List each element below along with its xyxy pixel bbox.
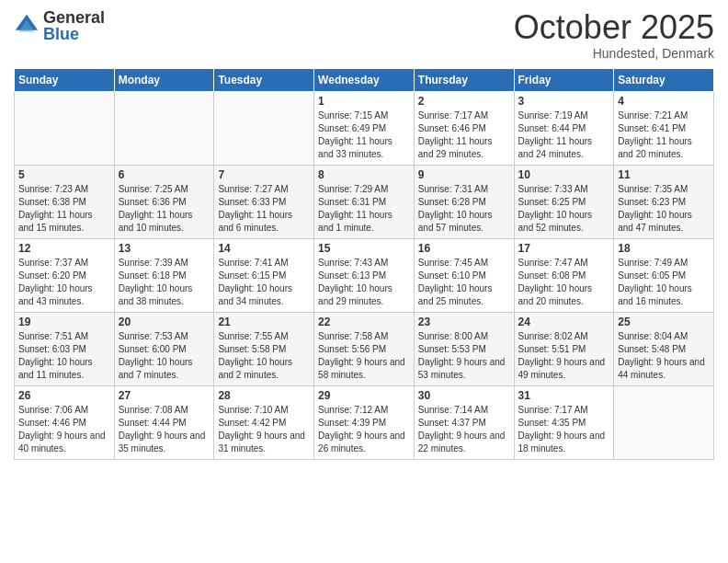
calendar-page: General Blue October 2025 Hundested, Den… bbox=[0, 0, 728, 563]
calendar-cell: 16Sunrise: 7:45 AMSunset: 6:10 PMDayligh… bbox=[414, 238, 514, 312]
day-number: 31 bbox=[518, 389, 610, 402]
day-info: Sunrise: 7:45 AMSunset: 6:10 PMDaylight:… bbox=[418, 257, 510, 308]
day-number: 24 bbox=[518, 316, 610, 328]
location-subtitle: Hundested, Denmark bbox=[514, 46, 714, 61]
header-saturday: Saturday bbox=[614, 68, 714, 91]
day-info: Sunrise: 7:49 AMSunset: 6:05 PMDaylight:… bbox=[618, 257, 710, 308]
day-info: Sunrise: 7:23 AMSunset: 6:38 PMDaylight:… bbox=[18, 183, 110, 235]
calendar-cell: 15Sunrise: 7:43 AMSunset: 6:13 PMDayligh… bbox=[314, 238, 415, 312]
day-info: Sunrise: 7:53 AMSunset: 6:00 PMDaylight:… bbox=[119, 330, 210, 382]
header-friday: Friday bbox=[514, 68, 614, 91]
day-info: Sunrise: 7:27 AMSunset: 6:33 PMDaylight:… bbox=[218, 183, 310, 235]
logo-blue-text: Blue bbox=[43, 26, 105, 42]
day-number: 7 bbox=[218, 168, 310, 181]
header: General Blue October 2025 Hundested, Den… bbox=[14, 9, 714, 61]
day-number: 10 bbox=[518, 168, 610, 181]
calendar-cell: 26Sunrise: 7:06 AMSunset: 4:46 PMDayligh… bbox=[15, 385, 115, 459]
day-info: Sunrise: 7:41 AMSunset: 6:15 PMDaylight:… bbox=[218, 257, 310, 308]
day-info: Sunrise: 7:29 AMSunset: 6:31 PMDaylight:… bbox=[318, 183, 410, 235]
calendar-cell: 29Sunrise: 7:12 AMSunset: 4:39 PMDayligh… bbox=[314, 385, 415, 459]
day-number: 18 bbox=[618, 242, 710, 255]
day-info: Sunrise: 7:39 AMSunset: 6:18 PMDaylight:… bbox=[119, 257, 210, 308]
day-info: Sunrise: 7:06 AMSunset: 4:46 PMDaylight:… bbox=[18, 404, 110, 455]
day-number: 6 bbox=[119, 168, 210, 181]
header-thursday: Thursday bbox=[414, 68, 514, 91]
day-number: 11 bbox=[618, 168, 710, 181]
day-info: Sunrise: 7:47 AMSunset: 6:08 PMDaylight:… bbox=[518, 257, 610, 308]
day-info: Sunrise: 7:31 AMSunset: 6:28 PMDaylight:… bbox=[418, 183, 510, 235]
day-number: 13 bbox=[119, 242, 210, 255]
calendar-cell: 13Sunrise: 7:39 AMSunset: 6:18 PMDayligh… bbox=[114, 238, 214, 312]
day-number: 22 bbox=[318, 316, 410, 328]
header-monday: Monday bbox=[114, 68, 214, 91]
day-info: Sunrise: 7:14 AMSunset: 4:37 PMDaylight:… bbox=[418, 404, 510, 455]
calendar-cell bbox=[15, 91, 115, 165]
day-info: Sunrise: 7:37 AMSunset: 6:20 PMDaylight:… bbox=[18, 257, 110, 308]
day-number: 25 bbox=[618, 316, 710, 328]
day-number: 14 bbox=[218, 242, 310, 255]
calendar-week-row: 5Sunrise: 7:23 AMSunset: 6:38 PMDaylight… bbox=[15, 165, 714, 238]
day-number: 29 bbox=[318, 389, 410, 402]
day-info: Sunrise: 7:55 AMSunset: 5:58 PMDaylight:… bbox=[218, 330, 310, 382]
header-tuesday: Tuesday bbox=[214, 68, 314, 91]
calendar-cell bbox=[114, 91, 214, 165]
calendar-cell: 22Sunrise: 7:58 AMSunset: 5:56 PMDayligh… bbox=[314, 312, 415, 385]
logo-text: General Blue bbox=[43, 9, 105, 42]
day-number: 26 bbox=[18, 389, 110, 402]
day-info: Sunrise: 7:43 AMSunset: 6:13 PMDaylight:… bbox=[318, 257, 410, 308]
day-info: Sunrise: 7:10 AMSunset: 4:42 PMDaylight:… bbox=[218, 404, 310, 455]
day-number: 23 bbox=[418, 316, 510, 328]
weekday-header-row: Sunday Monday Tuesday Wednesday Thursday… bbox=[15, 68, 714, 91]
calendar-cell: 21Sunrise: 7:55 AMSunset: 5:58 PMDayligh… bbox=[214, 312, 314, 385]
calendar-cell: 31Sunrise: 7:17 AMSunset: 4:35 PMDayligh… bbox=[514, 385, 614, 459]
logo-icon bbox=[14, 13, 40, 39]
calendar-cell: 23Sunrise: 8:00 AMSunset: 5:53 PMDayligh… bbox=[414, 312, 514, 385]
day-number: 15 bbox=[318, 242, 410, 255]
logo-general-text: General bbox=[43, 9, 105, 26]
calendar-table: Sunday Monday Tuesday Wednesday Thursday… bbox=[14, 68, 714, 460]
title-block: October 2025 Hundested, Denmark bbox=[514, 9, 714, 61]
calendar-cell: 18Sunrise: 7:49 AMSunset: 6:05 PMDayligh… bbox=[614, 238, 714, 312]
calendar-cell: 11Sunrise: 7:35 AMSunset: 6:23 PMDayligh… bbox=[614, 165, 714, 238]
calendar-week-row: 26Sunrise: 7:06 AMSunset: 4:46 PMDayligh… bbox=[15, 385, 714, 459]
day-info: Sunrise: 7:21 AMSunset: 6:41 PMDaylight:… bbox=[618, 109, 710, 161]
day-info: Sunrise: 7:12 AMSunset: 4:39 PMDaylight:… bbox=[318, 404, 410, 455]
day-info: Sunrise: 7:17 AMSunset: 4:35 PMDaylight:… bbox=[518, 404, 610, 455]
day-number: 20 bbox=[119, 316, 210, 328]
day-number: 2 bbox=[418, 95, 510, 108]
calendar-cell: 12Sunrise: 7:37 AMSunset: 6:20 PMDayligh… bbox=[15, 238, 115, 312]
calendar-cell: 2Sunrise: 7:17 AMSunset: 6:46 PMDaylight… bbox=[414, 91, 514, 165]
calendar-cell: 3Sunrise: 7:19 AMSunset: 6:44 PMDaylight… bbox=[514, 91, 614, 165]
header-sunday: Sunday bbox=[15, 68, 115, 91]
calendar-cell: 30Sunrise: 7:14 AMSunset: 4:37 PMDayligh… bbox=[414, 385, 514, 459]
day-number: 1 bbox=[318, 95, 410, 108]
calendar-cell: 27Sunrise: 7:08 AMSunset: 4:44 PMDayligh… bbox=[114, 385, 214, 459]
day-info: Sunrise: 7:25 AMSunset: 6:36 PMDaylight:… bbox=[119, 183, 210, 235]
calendar-cell: 1Sunrise: 7:15 AMSunset: 6:49 PMDaylight… bbox=[314, 91, 415, 165]
header-wednesday: Wednesday bbox=[314, 68, 415, 91]
calendar-cell: 19Sunrise: 7:51 AMSunset: 6:03 PMDayligh… bbox=[15, 312, 115, 385]
calendar-week-row: 12Sunrise: 7:37 AMSunset: 6:20 PMDayligh… bbox=[15, 238, 714, 312]
day-info: Sunrise: 7:35 AMSunset: 6:23 PMDaylight:… bbox=[618, 183, 710, 235]
day-number: 19 bbox=[18, 316, 110, 328]
calendar-cell: 20Sunrise: 7:53 AMSunset: 6:00 PMDayligh… bbox=[114, 312, 214, 385]
calendar-cell: 10Sunrise: 7:33 AMSunset: 6:25 PMDayligh… bbox=[514, 165, 614, 238]
calendar-cell: 5Sunrise: 7:23 AMSunset: 6:38 PMDaylight… bbox=[15, 165, 115, 238]
day-info: Sunrise: 7:08 AMSunset: 4:44 PMDaylight:… bbox=[119, 404, 210, 455]
day-info: Sunrise: 7:15 AMSunset: 6:49 PMDaylight:… bbox=[318, 109, 410, 161]
calendar-week-row: 1Sunrise: 7:15 AMSunset: 6:49 PMDaylight… bbox=[15, 91, 714, 165]
day-info: Sunrise: 7:58 AMSunset: 5:56 PMDaylight:… bbox=[318, 330, 410, 382]
day-info: Sunrise: 7:17 AMSunset: 6:46 PMDaylight:… bbox=[418, 109, 510, 161]
calendar-cell: 28Sunrise: 7:10 AMSunset: 4:42 PMDayligh… bbox=[214, 385, 314, 459]
day-info: Sunrise: 8:02 AMSunset: 5:51 PMDaylight:… bbox=[518, 330, 610, 382]
day-number: 27 bbox=[119, 389, 210, 402]
calendar-cell: 14Sunrise: 7:41 AMSunset: 6:15 PMDayligh… bbox=[214, 238, 314, 312]
day-number: 3 bbox=[518, 95, 610, 108]
day-number: 28 bbox=[218, 389, 310, 402]
day-info: Sunrise: 7:19 AMSunset: 6:44 PMDaylight:… bbox=[518, 109, 610, 161]
calendar-week-row: 19Sunrise: 7:51 AMSunset: 6:03 PMDayligh… bbox=[15, 312, 714, 385]
calendar-cell: 9Sunrise: 7:31 AMSunset: 6:28 PMDaylight… bbox=[414, 165, 514, 238]
month-title: October 2025 bbox=[514, 9, 714, 46]
calendar-cell: 7Sunrise: 7:27 AMSunset: 6:33 PMDaylight… bbox=[214, 165, 314, 238]
calendar-cell: 17Sunrise: 7:47 AMSunset: 6:08 PMDayligh… bbox=[514, 238, 614, 312]
